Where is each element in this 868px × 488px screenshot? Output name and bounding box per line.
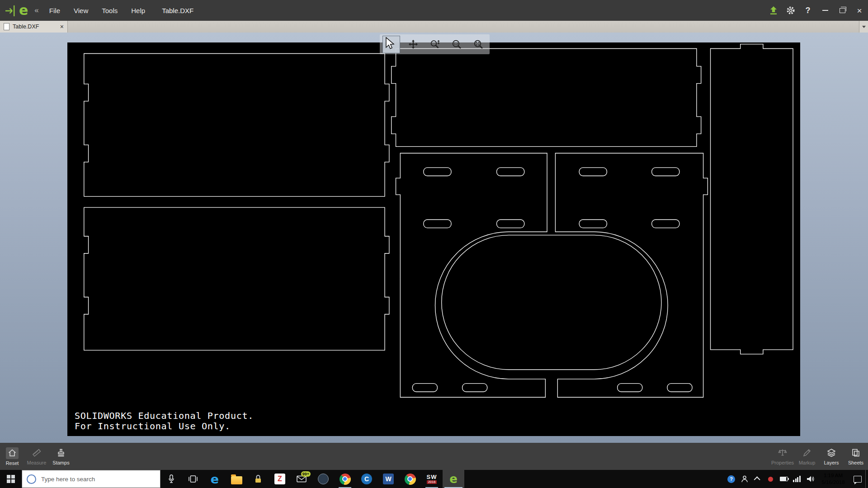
file-explorer-button[interactable] <box>226 470 247 488</box>
bottom-toolbar: Reset Measure Stamps Properties Markup <box>0 443 868 470</box>
tab-close-icon[interactable]: × <box>60 23 64 30</box>
minimize-icon <box>822 10 828 11</box>
menu-view[interactable]: View <box>67 0 95 21</box>
stamps-button[interactable]: Stamps <box>49 443 73 470</box>
slot-cutout[interactable] <box>667 384 692 392</box>
get-help-tray-button[interactable]: ? <box>725 470 738 488</box>
zoom-tool-button[interactable] <box>426 36 443 53</box>
restore-icon <box>840 8 845 13</box>
chrome-2-button[interactable] <box>399 470 421 488</box>
tab-overflow-button[interactable] <box>859 21 868 33</box>
tab-table-dxf[interactable]: Table.DXF × <box>0 21 68 33</box>
bottom-toolbar-left: Reset Measure Stamps <box>0 443 73 470</box>
task-view-icon <box>188 474 198 484</box>
start-button[interactable] <box>0 470 22 488</box>
tabletop-oval[interactable] <box>442 235 661 370</box>
battery-tray-button[interactable] <box>777 470 790 488</box>
mail-unread-badge: 99+ <box>301 471 311 477</box>
watermark-line-1: SOLIDWORKS Educational Product. <box>75 410 254 421</box>
pencil-icon <box>802 448 812 459</box>
dxf-canvas[interactable]: SOLIDWORKS Educational Product. For Inst… <box>67 42 800 436</box>
slot-cutout[interactable] <box>424 220 451 228</box>
zoom-area-tool-button[interactable] <box>448 36 465 53</box>
show-desktop-button[interactable] <box>865 470 868 488</box>
pan-icon <box>408 39 419 50</box>
panel-bottom-left[interactable] <box>84 207 389 350</box>
password-app-button[interactable] <box>247 470 269 488</box>
slot-cutout[interactable] <box>497 168 524 176</box>
task-view-button[interactable] <box>182 470 204 488</box>
measure-button[interactable]: Measure <box>24 443 49 470</box>
dark-app-icon <box>318 474 329 484</box>
taskbar: e Z 99+ C W <box>0 470 868 488</box>
chrome-button[interactable] <box>334 470 356 488</box>
slot-cutout[interactable] <box>652 220 679 228</box>
solidworks-button[interactable]: SW 2016 <box>421 470 443 488</box>
restore-button[interactable] <box>834 0 851 21</box>
slot-cutout[interactable] <box>618 384 642 392</box>
volume-tray-button[interactable] <box>803 470 816 488</box>
z-app-button[interactable]: Z <box>269 470 291 488</box>
panel-top-right[interactable] <box>392 48 701 146</box>
ruler-icon <box>32 448 42 459</box>
zoom-fit-tool-button[interactable] <box>469 36 487 53</box>
red-status-icon <box>768 477 773 482</box>
clock-date: 5/16/2018 <box>816 479 850 486</box>
publish-button[interactable] <box>765 0 782 21</box>
network-tray-button[interactable] <box>790 470 803 488</box>
taskbar-clock[interactable]: 1:19 AM 5/16/2018 <box>816 472 850 486</box>
status-tray-button[interactable] <box>764 470 777 488</box>
z-app-icon: Z <box>274 474 285 484</box>
close-button[interactable]: × <box>851 0 868 21</box>
panel-mid-right[interactable] <box>555 153 708 397</box>
collapse-menu-chevron[interactable]: « <box>31 6 42 15</box>
menu-help[interactable]: Help <box>124 0 152 21</box>
panel-top-left[interactable] <box>84 54 389 197</box>
tab-bar: Table.DXF × <box>0 21 868 33</box>
microphone-button[interactable] <box>160 470 182 488</box>
measure-label: Measure <box>27 460 47 465</box>
screen: { "menubar": { "brand_e": "e", "collapse… <box>0 0 868 488</box>
slot-cutout[interactable] <box>424 168 451 176</box>
mail-button[interactable]: 99+ <box>291 470 312 488</box>
edge-button[interactable]: e <box>204 470 226 488</box>
edrawings-logo: e <box>0 0 31 21</box>
network-icon <box>793 476 801 482</box>
reset-button[interactable]: Reset <box>0 443 24 470</box>
hidden-icons-button[interactable] <box>751 470 764 488</box>
menu-tools[interactable]: Tools <box>95 0 124 21</box>
menu-file[interactable]: File <box>42 0 67 21</box>
document-icon <box>4 23 9 30</box>
taskbar-search[interactable] <box>22 470 160 488</box>
dark-app-button[interactable] <box>312 470 334 488</box>
slot-cutout[interactable] <box>652 168 679 176</box>
properties-button[interactable]: Properties <box>770 443 795 470</box>
slot-cutout[interactable] <box>579 220 607 228</box>
slot-cutout[interactable] <box>462 384 487 392</box>
panel-right-tall[interactable] <box>711 44 793 354</box>
settings-button[interactable] <box>782 0 799 21</box>
search-input[interactable] <box>40 475 156 483</box>
slot-cutout[interactable] <box>497 220 524 228</box>
panel-mid-left[interactable] <box>396 153 547 397</box>
markup-button[interactable]: Markup <box>795 443 819 470</box>
menubar-right-controls: ? × <box>765 0 868 21</box>
action-center-button[interactable] <box>850 470 865 488</box>
ccleaner-button[interactable]: C <box>356 470 377 488</box>
pan-tool-button[interactable] <box>404 36 422 53</box>
bottom-toolbar-right: Properties Markup Layers Sheets <box>770 443 868 470</box>
sheets-button[interactable]: Sheets <box>844 443 868 470</box>
drawing-viewport: SOLIDWORKS Educational Product. For Inst… <box>0 33 868 443</box>
slot-cutout[interactable] <box>412 384 437 392</box>
markup-label: Markup <box>799 460 816 465</box>
help-button[interactable]: ? <box>799 0 816 21</box>
stamp-icon <box>56 448 66 459</box>
word-button[interactable]: W <box>377 470 399 488</box>
minimize-button[interactable] <box>816 0 834 21</box>
people-tray-button[interactable] <box>738 470 751 488</box>
solidworks-letters: SW <box>427 474 437 480</box>
layers-button[interactable]: Layers <box>819 443 844 470</box>
windows-logo-icon <box>7 475 15 483</box>
edrawings-button[interactable]: e <box>443 470 464 488</box>
slot-cutout[interactable] <box>579 168 607 176</box>
